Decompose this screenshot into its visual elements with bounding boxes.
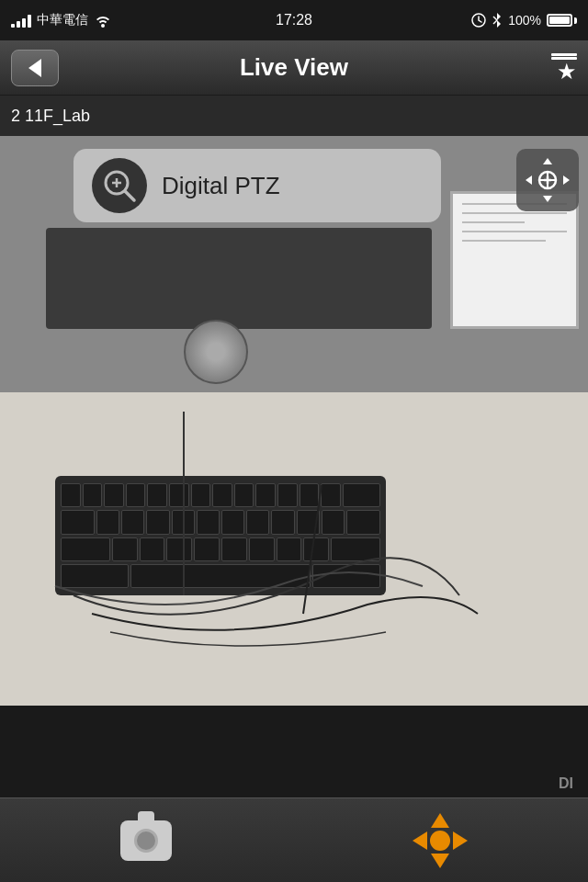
snapshot-button[interactable]	[120, 820, 172, 861]
hamburger-star-icon: ★	[551, 53, 577, 83]
back-arrow-icon	[28, 59, 41, 77]
digital-ptz-icon	[92, 158, 147, 213]
whiteboard	[450, 191, 579, 329]
disc-object	[184, 320, 248, 384]
joystick-center-icon	[430, 831, 450, 851]
clock-icon	[471, 13, 486, 28]
wifi-icon	[94, 13, 112, 28]
joystick-button[interactable]	[413, 813, 468, 868]
ptz-up-arrow-icon	[543, 158, 552, 164]
di-badge: DI	[559, 775, 573, 792]
carrier-label: 中華電信	[37, 12, 88, 28]
nav-bar: Live View ★	[0, 40, 588, 96]
ptz-left-arrow-icon	[526, 175, 532, 185]
joystick-up-icon	[431, 813, 449, 828]
overhead-shelf	[46, 228, 432, 329]
status-right: 100%	[471, 12, 577, 28]
black-bottom-area: DI	[0, 706, 588, 797]
ptz-control-button[interactable]	[516, 149, 579, 211]
back-button[interactable]	[11, 50, 59, 86]
bluetooth-icon	[492, 12, 503, 28]
bottom-toolbar	[0, 797, 588, 882]
status-left: 中華電信	[11, 12, 112, 28]
signal-bars-icon	[11, 13, 31, 28]
camera-name: 2 11F_Lab	[11, 107, 90, 126]
status-time: 17:28	[276, 12, 312, 28]
page-title: Live View	[240, 53, 348, 82]
status-bar: 中華電信 17:28 100%	[0, 0, 588, 40]
camera-label: 2 11F_Lab	[0, 96, 588, 136]
ptz-overlay[interactable]: Digital PTZ	[74, 149, 441, 222]
camera-lens-icon	[134, 829, 158, 853]
ptz-right-arrow-icon	[563, 175, 570, 185]
joystick-right-icon	[453, 831, 468, 850]
camera-icon	[120, 820, 172, 861]
keyboard-object	[55, 476, 386, 595]
ptz-directional-icon	[524, 156, 571, 204]
favorites-menu-button[interactable]: ★	[551, 53, 577, 83]
joystick-icon	[413, 813, 468, 868]
joystick-left-icon	[413, 831, 427, 850]
camera-view[interactable]: Digital PTZ	[0, 136, 588, 706]
joystick-down-icon	[431, 854, 449, 868]
battery-icon	[547, 14, 577, 27]
star-icon: ★	[557, 61, 577, 83]
ptz-down-arrow-icon	[543, 196, 552, 202]
battery-percent: 100%	[508, 13, 541, 28]
ptz-label: Digital PTZ	[162, 172, 280, 200]
